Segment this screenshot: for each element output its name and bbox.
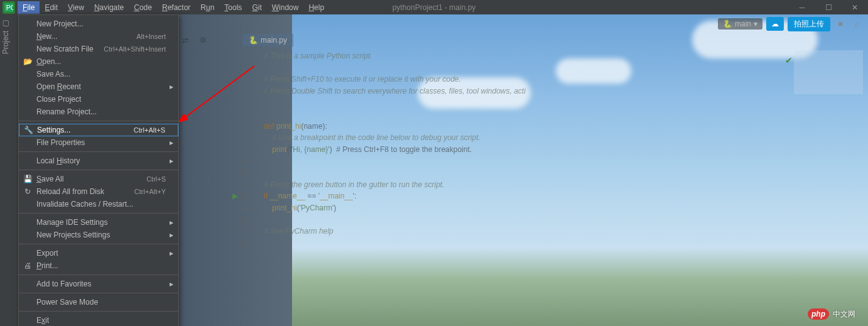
line-number: 15 [232, 214, 254, 225]
maximize-button[interactable]: ☐ [815, 0, 842, 14]
line-number: 11 [232, 167, 254, 179]
chevron-right-icon: ▸ [170, 249, 173, 258]
menu-item-label: Export [36, 249, 58, 258]
menu-item-new-project[interactable]: New Project... [19, 18, 178, 30]
menu-item-label: Save As... [36, 70, 70, 79]
editor-code[interactable]: # This is a sample Python script. # Pres… [264, 50, 526, 249]
menu-window[interactable]: Window [267, 1, 304, 14]
menubar: FileEditViewNavigateCodeRefactorRunTools… [18, 1, 329, 14]
php-logo: php [808, 308, 829, 320]
cloud-sync-button[interactable]: ☁ [766, 17, 784, 31]
menu-item-label: Save All [36, 175, 63, 183]
reload-icon: ↻ [23, 187, 33, 196]
python-file-icon: 🐍 [249, 36, 258, 45]
menu-item-new-scratch-file[interactable]: New Scratch FileCtrl+Alt+Shift+Insert [19, 43, 178, 55]
menu-item-new[interactable]: New...Alt+Insert [19, 30, 178, 43]
minimize-button[interactable]: ─ [789, 0, 815, 14]
menu-item-save-all[interactable]: 💾Save AllCtrl+S [19, 173, 178, 185]
python-icon: 🐍 [723, 19, 732, 28]
line-number: 1 [232, 50, 254, 62]
cloud-icon: ☁ [771, 19, 779, 28]
chevron-right-icon: ▸ [170, 138, 173, 147]
menu-item-label: Exit [36, 316, 49, 325]
project-tool-tab[interactable]: Project ▢ [0, 14, 11, 59]
menu-item-local-history[interactable]: Local History▸ [19, 155, 178, 167]
editor-tab-main[interactable]: 🐍 main.py [242, 34, 293, 46]
close-button[interactable]: ✕ [842, 0, 868, 14]
run-config-selector[interactable]: 🐍 main ▾ [718, 18, 762, 30]
menu-item-label: New... [36, 32, 57, 41]
menu-item-invalidate-caches-restart[interactable]: Invalidate Caches / Restart... [19, 198, 178, 210]
menu-item-label: Open Recent [36, 82, 81, 91]
editor-tab-bar: ⇄ ⚙ 🐍 main.py [182, 34, 293, 46]
chevron-right-icon: ▸ [170, 280, 173, 288]
menu-git[interactable]: Git [247, 1, 266, 14]
menu-item-label: Reload All from Disk [36, 187, 104, 196]
gear-icon[interactable]: ⚙ [200, 36, 211, 45]
menu-item-label: Close Project [36, 95, 81, 104]
menu-code[interactable]: Code [129, 1, 157, 14]
window-title: pythonProject1 - main.py [393, 3, 476, 12]
menu-help[interactable]: Help [303, 1, 329, 14]
menu-item-label: New Scratch File [36, 45, 94, 53]
menu-item-label: Manage IDE Settings [36, 218, 107, 227]
line-number: 14 [232, 202, 254, 214]
svg-text:PC: PC [6, 3, 13, 11]
menu-navigate[interactable]: Navigate [89, 1, 129, 14]
save-icon: 💾 [23, 175, 33, 183]
menu-item-exit[interactable]: Exit [19, 314, 178, 326]
menu-item-new-projects-settings[interactable]: New Projects Settings▸ [19, 229, 178, 241]
line-number: 8 [232, 132, 254, 144]
chevron-right-icon: ▸ [170, 156, 173, 165]
menu-file[interactable]: File [18, 1, 40, 14]
upload-button[interactable]: 拍照上传 [788, 17, 830, 31]
left-tool-strip: Project ▢ [0, 14, 13, 326]
folder-icon: ▢ [1, 19, 10, 28]
menu-item-print[interactable]: 🖨Print... [19, 259, 178, 272]
watermark: php 中文网 [808, 308, 855, 320]
menu-item-settings[interactable]: 🔧Settings...Ctrl+Alt+S [19, 124, 178, 136]
menu-item-label: Open... [36, 57, 61, 66]
minimap[interactable] [794, 50, 863, 94]
title-bar: PC FileEditViewNavigateCodeRefactorRunTo… [0, 0, 868, 14]
line-number: 17 [232, 237, 254, 249]
chevron-right-icon: ▸ [170, 218, 173, 227]
menu-edit[interactable]: Edit [40, 1, 63, 14]
menu-item-rename-project[interactable]: Rename Project... [19, 106, 178, 118]
menu-refactor[interactable]: Refactor [157, 1, 195, 14]
menu-item-close-project[interactable]: Close Project [19, 93, 178, 106]
file-menu-dropdown: New Project...New...Alt+InsertNew Scratc… [18, 14, 179, 326]
menu-item-label: Print... [36, 261, 58, 270]
line-number: 12 [232, 179, 254, 191]
menu-item-add-to-favorites[interactable]: Add to Favorites▸ [19, 278, 178, 290]
wrench-icon: 🔧 [23, 126, 33, 134]
stop-button[interactable]: ■ [834, 19, 847, 28]
inspection-ok-icon[interactable]: ✔ [785, 55, 793, 65]
menu-item-reload-all-from-disk[interactable]: ↻Reload All from DiskCtrl+Alt+Y [19, 185, 178, 198]
main-toolbar: 🐍 main ▾ ☁ 拍照上传 ■ ⌕ [179, 14, 868, 33]
svg-line-2 [184, 66, 254, 118]
menu-item-label: New Project... [36, 19, 84, 28]
menu-item-label: Invalidate Caches / Restart... [36, 200, 133, 209]
menu-item-label: Settings... [37, 126, 70, 134]
menu-view[interactable]: View [63, 1, 89, 14]
menu-item-manage-ide-settings[interactable]: Manage IDE Settings▸ [19, 216, 178, 229]
menu-tools[interactable]: Tools [219, 1, 247, 14]
menu-item-label: Local History [36, 156, 80, 165]
search-icon[interactable]: ⌕ [850, 19, 863, 28]
menu-item-label: Rename Project... [36, 107, 97, 116]
menu-run[interactable]: Run [195, 1, 219, 14]
chevron-right-icon: ▸ [170, 82, 173, 91]
menu-item-label: Power Save Mode [36, 298, 98, 307]
menu-item-open-recent[interactable]: Open Recent▸ [19, 80, 178, 93]
menu-item-label: File Properties [36, 138, 85, 147]
menu-item-open[interactable]: 📂Open... [19, 55, 178, 68]
menu-item-power-save-mode[interactable]: Power Save Mode [19, 296, 178, 308]
line-number: ▶ 13 [232, 190, 254, 202]
expand-icon[interactable]: ⇄ [182, 36, 193, 45]
menu-item-export[interactable]: Export▸ [19, 247, 178, 259]
menu-item-file-properties[interactable]: File Properties▸ [19, 136, 178, 149]
menu-item-save-as[interactable]: Save As... [19, 68, 178, 80]
run-gutter-icon[interactable]: ▶ [232, 192, 238, 200]
chevron-down-icon: ▾ [754, 19, 757, 28]
